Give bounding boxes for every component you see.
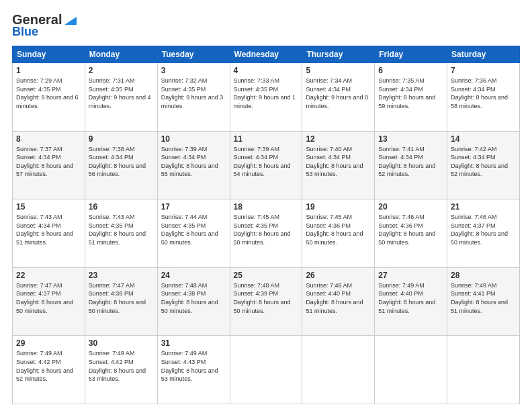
- sunset-label: Sunset: 4:35 PM: [234, 222, 279, 229]
- day-number: 19: [306, 202, 371, 212]
- daylight-label: Daylight: 8 hours and 52 minutes.: [378, 163, 435, 178]
- daylight-label: Daylight: 8 hours and 51 minutes.: [451, 299, 508, 314]
- day-number: 8: [16, 134, 81, 144]
- day-number: 9: [89, 134, 154, 144]
- logo-blue-label: Blue: [12, 25, 38, 39]
- weekday-header: Wednesday: [230, 46, 302, 63]
- calendar-cell: 23 Sunrise: 7:47 AM Sunset: 4:38 PM Dayl…: [85, 267, 157, 336]
- sunset-label: Sunset: 4:43 PM: [161, 359, 206, 365]
- daylight-label: Daylight: 8 hours and 55 minutes.: [161, 163, 218, 178]
- daylight-label: Daylight: 8 hours and 53 minutes.: [306, 163, 363, 178]
- sunrise-label: Sunrise: 7:47 AM: [89, 282, 135, 289]
- calendar-cell: 17 Sunrise: 7:44 AM Sunset: 4:35 PM Dayl…: [157, 199, 230, 268]
- svg-marker-0: [64, 17, 77, 25]
- sunrise-label: Sunrise: 7:46 AM: [378, 214, 425, 220]
- sunrise-label: Sunrise: 7:39 AM: [161, 146, 208, 152]
- calendar-cell: 9 Sunrise: 7:38 AM Sunset: 4:34 PM Dayli…: [85, 131, 157, 199]
- day-info: Sunrise: 7:39 AM Sunset: 4:34 PM Dayligh…: [161, 145, 226, 179]
- sunrise-label: Sunrise: 7:42 AM: [451, 146, 497, 152]
- sunrise-label: Sunrise: 7:49 AM: [89, 350, 135, 357]
- day-number: 29: [16, 338, 81, 348]
- sunset-label: Sunset: 4:34 PM: [161, 154, 206, 161]
- calendar-cell: 30 Sunrise: 7:49 AM Sunset: 4:42 PM Dayl…: [85, 336, 157, 404]
- calendar-cell: 25 Sunrise: 7:48 AM Sunset: 4:39 PM Dayl…: [230, 267, 302, 336]
- day-info: Sunrise: 7:33 AM Sunset: 4:35 PM Dayligh…: [234, 77, 299, 110]
- calendar-cell: [447, 336, 520, 404]
- calendar-cell: 11 Sunrise: 7:39 AM Sunset: 4:34 PM Dayl…: [230, 131, 302, 199]
- weekday-header: Sunday: [13, 46, 85, 63]
- day-number: 6: [378, 66, 443, 75]
- sunset-label: Sunset: 4:35 PM: [234, 86, 279, 93]
- sunrise-label: Sunrise: 7:48 AM: [306, 282, 352, 289]
- day-info: Sunrise: 7:38 AM Sunset: 4:34 PM Dayligh…: [89, 145, 154, 179]
- sunrise-label: Sunrise: 7:32 AM: [161, 77, 208, 84]
- day-info: Sunrise: 7:29 AM Sunset: 4:35 PM Dayligh…: [16, 77, 81, 110]
- daylight-label: Daylight: 8 hours and 50 minutes.: [89, 299, 146, 314]
- header: General Blue: [12, 12, 520, 39]
- calendar-cell: 31 Sunrise: 7:49 AM Sunset: 4:43 PM Dayl…: [157, 336, 230, 404]
- sunset-label: Sunset: 4:34 PM: [234, 154, 279, 161]
- day-info: Sunrise: 7:45 AM Sunset: 4:35 PM Dayligh…: [234, 213, 299, 246]
- calendar-week-row: 22 Sunrise: 7:47 AM Sunset: 4:37 PM Dayl…: [13, 267, 520, 336]
- sunset-label: Sunset: 4:42 PM: [16, 359, 61, 365]
- daylight-label: Daylight: 8 hours and 51 minutes.: [378, 299, 435, 314]
- day-info: Sunrise: 7:45 AM Sunset: 4:36 PM Dayligh…: [306, 213, 371, 246]
- weekday-header: Friday: [375, 46, 447, 63]
- day-info: Sunrise: 7:35 AM Sunset: 4:34 PM Dayligh…: [378, 77, 443, 110]
- day-info: Sunrise: 7:42 AM Sunset: 4:34 PM Dayligh…: [451, 145, 516, 179]
- sunset-label: Sunset: 4:37 PM: [451, 222, 496, 229]
- day-info: Sunrise: 7:48 AM Sunset: 4:39 PM Dayligh…: [234, 281, 299, 315]
- daylight-label: Daylight: 8 hours and 59 minutes.: [378, 94, 435, 109]
- sunset-label: Sunset: 4:42 PM: [89, 359, 134, 365]
- day-info: Sunrise: 7:49 AM Sunset: 4:40 PM Dayligh…: [378, 281, 443, 315]
- day-info: Sunrise: 7:49 AM Sunset: 4:43 PM Dayligh…: [161, 349, 226, 383]
- calendar-cell: 12 Sunrise: 7:40 AM Sunset: 4:34 PM Dayl…: [302, 131, 375, 199]
- daylight-label: Daylight: 8 hours and 50 minutes.: [451, 230, 508, 246]
- daylight-label: Daylight: 9 hours and 0 minutes.: [306, 94, 368, 109]
- sunrise-label: Sunrise: 7:40 AM: [306, 146, 352, 152]
- daylight-label: Daylight: 8 hours and 54 minutes.: [234, 163, 291, 178]
- day-number: 24: [161, 271, 226, 280]
- calendar-cell: 14 Sunrise: 7:42 AM Sunset: 4:34 PM Dayl…: [447, 131, 520, 199]
- calendar-cell: 28 Sunrise: 7:49 AM Sunset: 4:41 PM Dayl…: [447, 267, 520, 336]
- day-info: Sunrise: 7:37 AM Sunset: 4:34 PM Dayligh…: [16, 145, 81, 179]
- day-info: Sunrise: 7:44 AM Sunset: 4:35 PM Dayligh…: [161, 213, 226, 246]
- day-info: Sunrise: 7:43 AM Sunset: 4:34 PM Dayligh…: [16, 213, 81, 246]
- sunset-label: Sunset: 4:34 PM: [451, 86, 496, 93]
- calendar-cell: 6 Sunrise: 7:35 AM Sunset: 4:34 PM Dayli…: [375, 63, 447, 132]
- calendar-cell: 27 Sunrise: 7:49 AM Sunset: 4:40 PM Dayl…: [375, 267, 447, 336]
- calendar-week-row: 8 Sunrise: 7:37 AM Sunset: 4:34 PM Dayli…: [13, 131, 520, 199]
- sunset-label: Sunset: 4:34 PM: [306, 154, 351, 161]
- day-number: 13: [378, 134, 443, 144]
- day-info: Sunrise: 7:41 AM Sunset: 4:34 PM Dayligh…: [378, 145, 443, 179]
- daylight-label: Daylight: 8 hours and 50 minutes.: [306, 230, 363, 246]
- day-number: 27: [378, 271, 443, 280]
- daylight-label: Daylight: 8 hours and 51 minutes.: [306, 299, 363, 314]
- day-info: Sunrise: 7:32 AM Sunset: 4:35 PM Dayligh…: [161, 77, 226, 110]
- calendar-cell: 7 Sunrise: 7:36 AM Sunset: 4:34 PM Dayli…: [447, 63, 520, 132]
- weekday-header-row: SundayMondayTuesdayWednesdayThursdayFrid…: [13, 46, 520, 63]
- calendar-cell: [230, 336, 302, 404]
- sunset-label: Sunset: 4:40 PM: [378, 290, 423, 297]
- sunrise-label: Sunrise: 7:48 AM: [234, 282, 280, 289]
- calendar-cell: [302, 336, 375, 404]
- day-number: 2: [89, 66, 154, 75]
- day-number: 12: [306, 134, 371, 144]
- calendar: SundayMondayTuesdayWednesdayThursdayFrid…: [12, 46, 520, 404]
- page: General Blue SundayMondayTuesdayWednesda…: [0, 0, 532, 411]
- calendar-cell: 21 Sunrise: 7:46 AM Sunset: 4:37 PM Dayl…: [447, 199, 520, 268]
- daylight-label: Daylight: 9 hours and 6 minutes.: [16, 94, 79, 109]
- sunrise-label: Sunrise: 7:49 AM: [161, 350, 208, 357]
- day-number: 4: [234, 66, 299, 75]
- logo-triangle-icon: [62, 13, 77, 28]
- sunrise-label: Sunrise: 7:41 AM: [378, 146, 425, 152]
- sunset-label: Sunset: 4:34 PM: [16, 222, 61, 229]
- daylight-label: Daylight: 8 hours and 50 minutes.: [234, 299, 291, 314]
- calendar-cell: 1 Sunrise: 7:29 AM Sunset: 4:35 PM Dayli…: [13, 63, 85, 132]
- day-number: 10: [161, 134, 226, 144]
- day-info: Sunrise: 7:40 AM Sunset: 4:34 PM Dayligh…: [306, 145, 371, 179]
- daylight-label: Daylight: 8 hours and 52 minutes.: [16, 367, 73, 383]
- sunrise-label: Sunrise: 7:36 AM: [451, 77, 497, 84]
- day-info: Sunrise: 7:48 AM Sunset: 4:38 PM Dayligh…: [161, 281, 226, 315]
- daylight-label: Daylight: 8 hours and 50 minutes.: [378, 230, 435, 246]
